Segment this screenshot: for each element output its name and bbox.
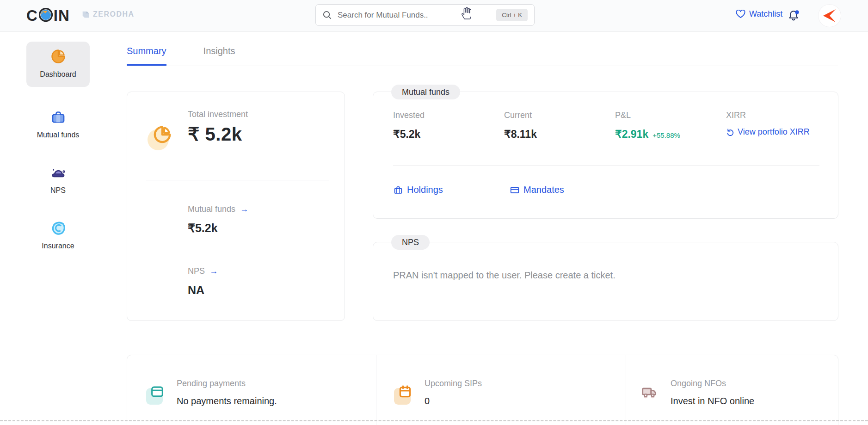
divider xyxy=(393,165,819,166)
pending-payments-title: Pending payments xyxy=(177,379,246,388)
notifications-button[interactable] xyxy=(788,8,800,24)
pnl-delta: +55.88% xyxy=(653,131,680,139)
total-investment-card: Total investment ₹ 5.2k Mutual funds → ₹… xyxy=(127,92,345,321)
mandates-label: Mandates xyxy=(523,185,564,195)
holdings-link[interactable]: Holdings xyxy=(393,185,443,195)
pnl-stat: P&L ₹2.91k +55.88% xyxy=(615,111,724,141)
calendar-icon xyxy=(397,384,418,404)
xirr-label: XIRR xyxy=(726,111,835,120)
divider xyxy=(376,355,376,425)
bottom-info-card: Pending payments No payments remaining. … xyxy=(127,355,838,425)
truck-icon xyxy=(641,384,661,404)
divider xyxy=(146,180,329,180)
tab-bar: Summary Insights xyxy=(127,32,838,66)
left-sidebar: Dashboard Mutual funds NPS Insurance xyxy=(0,32,102,425)
sidebar-label-insurance: Insurance xyxy=(42,242,74,250)
coin-icon xyxy=(39,8,53,24)
search-icon xyxy=(322,10,332,20)
pie-chart-icon xyxy=(148,124,173,150)
divider xyxy=(626,355,626,425)
xirr-stat: XIRR View portfolio XIRR xyxy=(726,111,835,137)
arrow-right-icon: → xyxy=(240,204,248,214)
ongoing-nfos-text: Invest in NFO online xyxy=(671,396,754,407)
bell-icon xyxy=(788,8,800,22)
coin-logo-letters: IN xyxy=(54,6,70,25)
nps-badge: NPS xyxy=(391,235,430,250)
tab-summary[interactable]: Summary xyxy=(127,46,166,66)
mandates-link[interactable]: Mandates xyxy=(510,185,564,195)
mutual-funds-row-value: ₹5.2k xyxy=(188,222,218,235)
watchlist-link[interactable]: Watchlist xyxy=(736,9,782,19)
mutual-funds-row-link[interactable]: Mutual funds → xyxy=(188,204,248,214)
xirr-link-label: View portfolio XIRR xyxy=(738,127,810,137)
view-portfolio-xirr-link[interactable]: View portfolio XIRR xyxy=(726,127,835,137)
holdings-label: Holdings xyxy=(407,185,443,195)
sidebar-label-mutual-funds: Mutual funds xyxy=(37,131,80,139)
invested-value: ₹5.2k xyxy=(393,128,502,141)
arrow-right-icon: → xyxy=(209,266,218,276)
watchlist-label: Watchlist xyxy=(749,9,782,19)
current-label: Current xyxy=(504,111,613,120)
nps-row-value: NA xyxy=(188,283,204,297)
upcoming-sips-count: 0 xyxy=(425,396,430,407)
page-bottom-dashed-edge xyxy=(0,420,868,421)
nps-row-label: NPS xyxy=(188,266,205,276)
sidebar-item-dashboard[interactable]: Dashboard xyxy=(26,42,90,87)
zerodha-text: ZERODHA xyxy=(93,10,135,18)
zerodha-brand: ZERODHA xyxy=(82,10,135,18)
droplet-icon xyxy=(50,220,67,236)
heart-icon xyxy=(736,10,745,18)
mutual-funds-badge: Mutual funds xyxy=(391,85,460,99)
search-input[interactable] xyxy=(338,11,496,20)
nps-message: PRAN isn't mapped to the user. Please cr… xyxy=(393,270,616,281)
briefcase-icon xyxy=(393,185,403,195)
sidebar-item-mutual-funds[interactable]: Mutual funds xyxy=(26,102,90,147)
briefcase-icon xyxy=(50,109,67,125)
nps-card: NPS PRAN isn't mapped to the user. Pleas… xyxy=(373,242,838,321)
current-stat: Current ₹8.11k xyxy=(504,111,613,141)
coin-logo-letter: C xyxy=(26,6,38,25)
refresh-icon xyxy=(726,128,734,136)
ongoing-nfos-title: Ongoing NFOs xyxy=(671,379,726,388)
search-bar[interactable]: Ctrl + K xyxy=(315,4,535,26)
nps-row-link[interactable]: NPS → xyxy=(188,266,218,276)
zerodha-mini-logo xyxy=(82,11,90,18)
mutual-funds-card: Mutual funds Invested ₹5.2k Current ₹8.1… xyxy=(373,92,838,219)
card-icon xyxy=(510,185,520,195)
kite-logo-icon xyxy=(820,6,839,25)
sidebar-item-nps[interactable]: NPS xyxy=(26,158,90,202)
top-header: C IN ZERODHA Ctrl + K Watchlist xyxy=(0,0,868,32)
invested-label: Invested xyxy=(393,111,502,120)
total-investment-value: ₹ 5.2k xyxy=(188,123,242,145)
sidebar-label-dashboard: Dashboard xyxy=(40,70,76,79)
dome-icon xyxy=(50,164,67,181)
credit-card-icon xyxy=(149,384,170,404)
pending-payments-text: No payments remaining. xyxy=(177,396,277,407)
pnl-value: ₹2.91k xyxy=(615,128,648,141)
coin-logo[interactable]: C IN xyxy=(26,6,70,25)
pnl-label: P&L xyxy=(615,111,724,120)
tab-insights[interactable]: Insights xyxy=(203,46,235,66)
total-investment-label: Total investment xyxy=(188,110,248,119)
pie-chart-icon xyxy=(50,48,67,65)
upcoming-sips-title: Upcoming SIPs xyxy=(425,379,482,388)
keyboard-shortcut-badge: Ctrl + K xyxy=(496,9,528,21)
invested-stat: Invested ₹5.2k xyxy=(393,111,502,141)
current-value: ₹8.11k xyxy=(504,128,613,141)
sidebar-label-nps: NPS xyxy=(50,186,66,195)
kite-account-avatar[interactable] xyxy=(819,5,841,27)
sidebar-item-insurance[interactable]: Insurance xyxy=(26,213,90,258)
mutual-funds-row-label: Mutual funds xyxy=(188,204,235,214)
main-content: Summary Insights Total investment ₹ 5.2k… xyxy=(102,32,868,425)
